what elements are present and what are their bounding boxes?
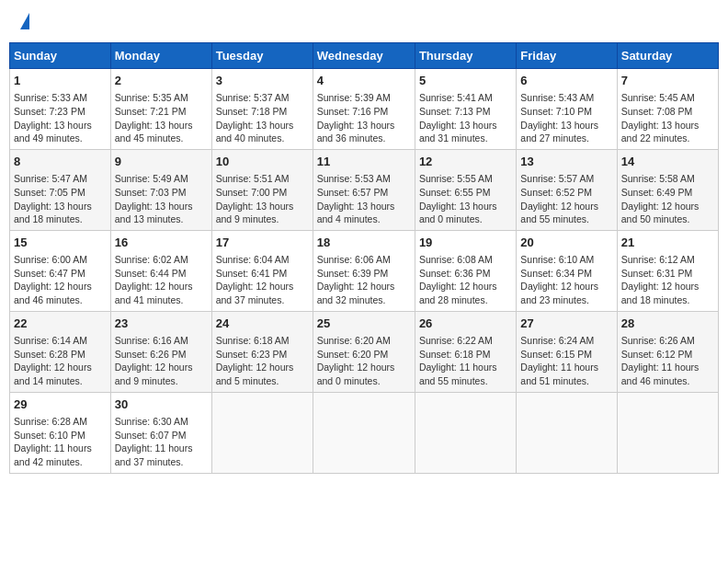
calendar-cell: 21Sunrise: 6:12 AM Sunset: 6:31 PM Dayli… — [617, 230, 718, 311]
day-number: 4 — [317, 73, 411, 89]
day-info: Sunrise: 5:45 AM Sunset: 7:08 PM Dayligh… — [621, 91, 714, 145]
day-number: 7 — [621, 73, 714, 89]
calendar-cell: 18Sunrise: 6:06 AM Sunset: 6:39 PM Dayli… — [313, 230, 415, 311]
calendar-cell: 29Sunrise: 6:28 AM Sunset: 6:10 PM Dayli… — [10, 392, 111, 473]
calendar-header: SundayMondayTuesdayWednesdayThursdayFrid… — [10, 43, 719, 69]
calendar-cell: 6Sunrise: 5:43 AM Sunset: 7:10 PM Daylig… — [517, 69, 617, 150]
day-number: 23 — [115, 316, 208, 332]
day-number: 2 — [115, 73, 208, 89]
header-day-saturday: Saturday — [617, 43, 718, 69]
calendar-cell — [617, 392, 718, 473]
header-day-monday: Monday — [110, 43, 211, 69]
calendar-cell: 10Sunrise: 5:51 AM Sunset: 7:00 PM Dayli… — [211, 149, 313, 230]
calendar-cell: 17Sunrise: 6:04 AM Sunset: 6:41 PM Dayli… — [211, 230, 313, 311]
day-info: Sunrise: 6:30 AM Sunset: 6:07 PM Dayligh… — [115, 415, 208, 469]
day-info: Sunrise: 5:41 AM Sunset: 7:13 PM Dayligh… — [419, 91, 512, 145]
calendar-table: SundayMondayTuesdayWednesdayThursdayFrid… — [9, 42, 719, 474]
day-info: Sunrise: 6:10 AM Sunset: 6:34 PM Dayligh… — [520, 253, 612, 307]
day-number: 14 — [621, 154, 714, 170]
logo-triangle-icon — [20, 13, 29, 29]
day-info: Sunrise: 5:51 AM Sunset: 7:00 PM Dayligh… — [216, 172, 309, 226]
day-number: 15 — [14, 235, 107, 251]
calendar-week-1: 1Sunrise: 5:33 AM Sunset: 7:23 PM Daylig… — [10, 69, 719, 150]
calendar-week-2: 8Sunrise: 5:47 AM Sunset: 7:05 PM Daylig… — [10, 149, 719, 230]
day-number: 10 — [216, 154, 309, 170]
calendar-cell: 20Sunrise: 6:10 AM Sunset: 6:34 PM Dayli… — [517, 230, 617, 311]
day-number: 8 — [14, 154, 107, 170]
calendar-cell: 16Sunrise: 6:02 AM Sunset: 6:44 PM Dayli… — [110, 230, 211, 311]
calendar-cell: 25Sunrise: 6:20 AM Sunset: 6:20 PM Dayli… — [313, 311, 415, 392]
day-number: 25 — [317, 316, 411, 332]
day-info: Sunrise: 6:26 AM Sunset: 6:12 PM Dayligh… — [621, 334, 714, 388]
calendar-cell: 23Sunrise: 6:16 AM Sunset: 6:26 PM Dayli… — [110, 311, 211, 392]
header-day-sunday: Sunday — [10, 43, 111, 69]
calendar-cell: 28Sunrise: 6:26 AM Sunset: 6:12 PM Dayli… — [617, 311, 718, 392]
day-info: Sunrise: 6:08 AM Sunset: 6:36 PM Dayligh… — [419, 253, 512, 307]
header-day-tuesday: Tuesday — [211, 43, 313, 69]
day-number: 1 — [14, 73, 107, 89]
day-info: Sunrise: 6:02 AM Sunset: 6:44 PM Dayligh… — [115, 253, 208, 307]
day-info: Sunrise: 5:55 AM Sunset: 6:55 PM Dayligh… — [419, 172, 512, 226]
day-number: 28 — [621, 316, 714, 332]
day-info: Sunrise: 5:33 AM Sunset: 7:23 PM Dayligh… — [14, 91, 107, 145]
day-info: Sunrise: 5:47 AM Sunset: 7:05 PM Dayligh… — [14, 172, 107, 226]
calendar-cell: 3Sunrise: 5:37 AM Sunset: 7:18 PM Daylig… — [211, 69, 313, 150]
header-day-friday: Friday — [517, 43, 617, 69]
day-info: Sunrise: 5:49 AM Sunset: 7:03 PM Dayligh… — [115, 172, 208, 226]
day-number: 18 — [317, 235, 411, 251]
day-info: Sunrise: 6:24 AM Sunset: 6:15 PM Dayligh… — [520, 334, 612, 388]
day-info: Sunrise: 6:04 AM Sunset: 6:41 PM Dayligh… — [216, 253, 309, 307]
day-info: Sunrise: 6:28 AM Sunset: 6:10 PM Dayligh… — [14, 415, 107, 469]
calendar-cell — [415, 392, 516, 473]
header-day-thursday: Thursday — [415, 43, 516, 69]
day-number: 22 — [14, 316, 107, 332]
calendar-cell: 5Sunrise: 5:41 AM Sunset: 7:13 PM Daylig… — [415, 69, 516, 150]
day-number: 16 — [115, 235, 208, 251]
day-info: Sunrise: 6:06 AM Sunset: 6:39 PM Dayligh… — [317, 253, 411, 307]
day-info: Sunrise: 6:20 AM Sunset: 6:20 PM Dayligh… — [317, 334, 411, 388]
day-info: Sunrise: 5:35 AM Sunset: 7:21 PM Dayligh… — [115, 91, 208, 145]
calendar-cell: 27Sunrise: 6:24 AM Sunset: 6:15 PM Dayli… — [517, 311, 617, 392]
calendar-cell: 26Sunrise: 6:22 AM Sunset: 6:18 PM Dayli… — [415, 311, 516, 392]
day-number: 21 — [621, 235, 714, 251]
day-info: Sunrise: 5:37 AM Sunset: 7:18 PM Dayligh… — [216, 91, 309, 145]
day-number: 26 — [419, 316, 512, 332]
day-info: Sunrise: 6:18 AM Sunset: 6:23 PM Dayligh… — [216, 334, 309, 388]
calendar-cell: 13Sunrise: 5:57 AM Sunset: 6:52 PM Dayli… — [517, 149, 617, 230]
day-info: Sunrise: 5:43 AM Sunset: 7:10 PM Dayligh… — [520, 91, 612, 145]
header-row: SundayMondayTuesdayWednesdayThursdayFrid… — [10, 43, 719, 69]
day-number: 24 — [216, 316, 309, 332]
day-number: 6 — [520, 73, 612, 89]
calendar-cell — [211, 392, 313, 473]
calendar-cell: 2Sunrise: 5:35 AM Sunset: 7:21 PM Daylig… — [110, 69, 211, 150]
calendar-cell: 9Sunrise: 5:49 AM Sunset: 7:03 PM Daylig… — [110, 149, 211, 230]
day-info: Sunrise: 5:57 AM Sunset: 6:52 PM Dayligh… — [520, 172, 612, 226]
calendar-cell — [517, 392, 617, 473]
day-number: 13 — [520, 154, 612, 170]
day-number: 17 — [216, 235, 309, 251]
calendar-week-5: 29Sunrise: 6:28 AM Sunset: 6:10 PM Dayli… — [10, 392, 719, 473]
day-info: Sunrise: 5:53 AM Sunset: 6:57 PM Dayligh… — [317, 172, 411, 226]
day-number: 19 — [419, 235, 512, 251]
calendar-cell: 15Sunrise: 6:00 AM Sunset: 6:47 PM Dayli… — [10, 230, 111, 311]
header-day-wednesday: Wednesday — [313, 43, 415, 69]
day-info: Sunrise: 6:12 AM Sunset: 6:31 PM Dayligh… — [621, 253, 714, 307]
day-info: Sunrise: 6:14 AM Sunset: 6:28 PM Dayligh… — [14, 334, 107, 388]
day-number: 11 — [317, 154, 411, 170]
calendar-cell: 24Sunrise: 6:18 AM Sunset: 6:23 PM Dayli… — [211, 311, 313, 392]
day-info: Sunrise: 6:22 AM Sunset: 6:18 PM Dayligh… — [419, 334, 512, 388]
calendar-body: 1Sunrise: 5:33 AM Sunset: 7:23 PM Daylig… — [10, 69, 719, 474]
calendar-cell: 4Sunrise: 5:39 AM Sunset: 7:16 PM Daylig… — [313, 69, 415, 150]
logo — [17, 13, 29, 31]
day-info: Sunrise: 6:00 AM Sunset: 6:47 PM Dayligh… — [14, 253, 107, 307]
day-number: 27 — [520, 316, 612, 332]
day-number: 3 — [216, 73, 309, 89]
day-number: 5 — [419, 73, 512, 89]
day-number: 29 — [14, 396, 107, 413]
calendar-cell: 7Sunrise: 5:45 AM Sunset: 7:08 PM Daylig… — [617, 69, 718, 150]
day-number: 20 — [520, 235, 612, 251]
day-number: 9 — [115, 154, 208, 170]
calendar-cell: 11Sunrise: 5:53 AM Sunset: 6:57 PM Dayli… — [313, 149, 415, 230]
calendar-cell: 22Sunrise: 6:14 AM Sunset: 6:28 PM Dayli… — [10, 311, 111, 392]
calendar-cell — [313, 392, 415, 473]
